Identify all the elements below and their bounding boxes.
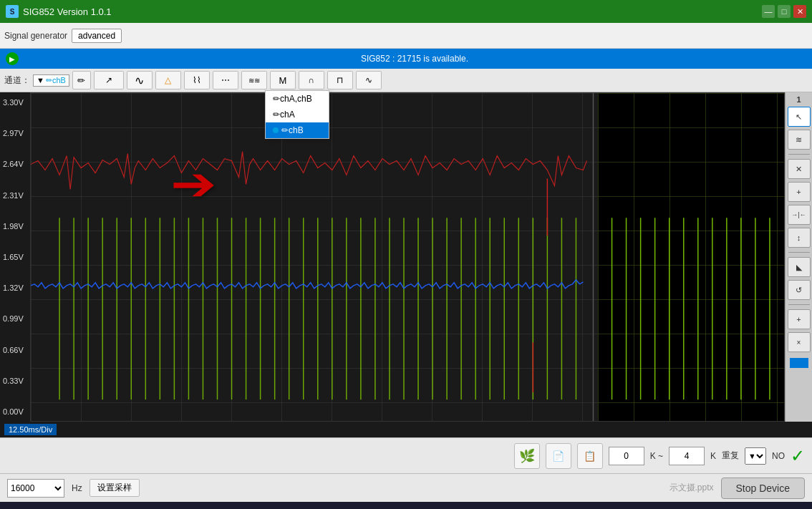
wf-btn-8[interactable]: ⊓ (327, 71, 353, 89)
channel-selected-text: ✏chB (46, 76, 66, 85)
y-label-7: 2.31V (3, 191, 27, 200)
y-label-2: 0.66V (3, 346, 27, 354)
y-label-3: 0.99V (3, 314, 27, 323)
hz-label: Hz (72, 483, 82, 493)
y-label-5: 1.65V (3, 253, 27, 261)
start-input[interactable]: 0 (609, 447, 644, 465)
rp-compress-btn[interactable]: →|← (788, 205, 811, 225)
repeat-dropdown[interactable]: ▼ (745, 447, 766, 465)
status-bar: ▶ SIG852 : 21715 is available. (0, 49, 812, 69)
rp-divider-1 (788, 154, 810, 155)
no-label: NO (772, 451, 785, 461)
window-controls: — □ ✕ (762, 5, 806, 18)
watermark-text: 示文摄.pptx (670, 482, 714, 494)
repeat-label: 重复 (722, 450, 739, 462)
stop-device-button[interactable]: Stop Device (721, 478, 805, 499)
sample-rate-select[interactable]: 16000 (7, 479, 64, 498)
signal-generator-label: Signal generator (4, 31, 67, 41)
ch-popup-item-ab[interactable]: ✏chA,chB (266, 91, 329, 107)
y-label-0: 0.00V (3, 407, 27, 416)
k-label: K (710, 451, 716, 461)
wf-btn-2[interactable]: △ (155, 71, 181, 89)
title-bar: S SIG852 Version 1.0.1 — □ ✕ (0, 0, 812, 23)
channel-label: 通道： (4, 74, 30, 87)
ch-popup-item-b[interactable]: ✏chB (266, 122, 329, 138)
dropdown-arrow: ▼ (37, 76, 44, 84)
rp-undo-btn[interactable]: ↺ (788, 280, 811, 300)
scope-signals: // Will be rendered as static lines (31, 93, 784, 421)
y-label-8: 2.64V (3, 160, 27, 168)
ch-a-label: ✏chA (273, 110, 295, 120)
y-axis: 3.30V 2.97V 2.64V 2.31V 1.98V 1.65V 1.32… (0, 92, 30, 422)
rp-wave-btn[interactable]: ≋ (788, 130, 811, 150)
wf-btn-1[interactable]: ∿ (127, 71, 153, 89)
maximize-button[interactable]: □ (778, 5, 791, 18)
scope-canvas: // Will be rendered as static lines (30, 92, 785, 422)
ch-ab-label: ✏chA,chB (273, 94, 312, 104)
ch-b-dot (273, 127, 279, 133)
rp-angle-btn[interactable]: ◣ (788, 257, 811, 277)
right-panel: 1 ↖ ≋ ✕ + →|← ↕ ◣ ↺ + × (785, 92, 812, 422)
bottom-right-area: 示文摄.pptx Stop Device (670, 478, 806, 499)
rp-times-btn[interactable]: × (788, 332, 811, 352)
wf-btn-0[interactable]: ↗ (94, 71, 124, 89)
time-div-label: 12.50ms/Div (4, 424, 57, 435)
rp-addplus-btn[interactable]: + (788, 309, 811, 329)
scope-toolbar: 通道： ▼ ✏chB ✏ ↗ ∿ △ ⌇⌇ ⋯ ≋≋ M ∩ ⊓ ∿ ✏chA,… (0, 69, 812, 92)
rp-divider-3 (788, 304, 810, 305)
check-button[interactable]: ✓ (791, 446, 805, 466)
set-sample-button[interactable]: 设置采样 (90, 479, 140, 497)
wf-btn-3[interactable]: ⌇⌇ (184, 71, 210, 89)
green-pulses-group: // Will be rendered as static lines (59, 218, 770, 399)
y-label-1: 0.33V (3, 377, 27, 385)
app-icon: S (6, 5, 19, 18)
k-tilde-label: K ~ (650, 451, 663, 461)
close-button[interactable]: ✕ (793, 5, 806, 18)
blue-indicator (790, 358, 808, 368)
rp-divider-2 (788, 252, 810, 253)
rp-plus-btn[interactable]: + (788, 182, 811, 202)
ch-popup-item-a[interactable]: ✏chA (266, 107, 329, 122)
ch-b-label: ✏chB (281, 125, 304, 135)
bottom-bar: 16000 Hz 设置采样 示文摄.pptx Stop Device (0, 473, 812, 502)
bottom-toolbar: 🌿 📄 📋 0 K ~ 4 K 重复 ▼ NO ✓ (0, 437, 812, 473)
export-btn[interactable]: 🌿 (514, 443, 540, 469)
rp-zoom-btn[interactable]: ✕ (788, 159, 811, 179)
y-label-4: 1.32V (3, 283, 27, 292)
status-text: SIG852 : 21715 is available. (23, 54, 806, 64)
wf-btn-5[interactable]: ≋≋ (241, 71, 267, 89)
rp-expand-btn[interactable]: ↕ (788, 228, 811, 248)
y-label-9: 2.97V (3, 129, 27, 137)
channel-dropdown[interactable]: ▼ ✏chB (33, 74, 69, 87)
file-btn[interactable]: 📄 (546, 443, 571, 469)
file-plus-btn[interactable]: 📋 (577, 443, 603, 469)
wf-btn-9[interactable]: ∿ (356, 71, 382, 89)
play-icon: ▶ (6, 52, 19, 65)
minimize-button[interactable]: — (762, 5, 775, 18)
wf-btn-7[interactable]: ∩ (299, 71, 324, 89)
app-title: SIG852 Version 1.0.1 (23, 6, 762, 17)
end-input[interactable]: 4 (669, 447, 705, 465)
scope-bottom: 12.50ms/Div (0, 422, 812, 437)
channel-popup: ✏chA,chB ✏chA ✏chB (265, 90, 329, 139)
advanced-button[interactable]: advanced (72, 29, 122, 43)
y-label-6: 1.98V (3, 222, 27, 231)
wf-btn-4[interactable]: ⋯ (213, 71, 238, 89)
main-toolbar: Signal generator advanced (0, 23, 812, 49)
wf-btn-6[interactable]: M (270, 71, 296, 89)
rp-cursor-btn[interactable]: ↖ (788, 107, 811, 127)
y-label-10: 3.30V (3, 98, 27, 107)
scope-display-area: 3.30V 2.97V 2.64V 2.31V 1.98V 1.65V 1.32… (0, 92, 812, 422)
rp-number: 1 (796, 95, 801, 104)
pencil-button[interactable]: ✏ (72, 71, 91, 89)
